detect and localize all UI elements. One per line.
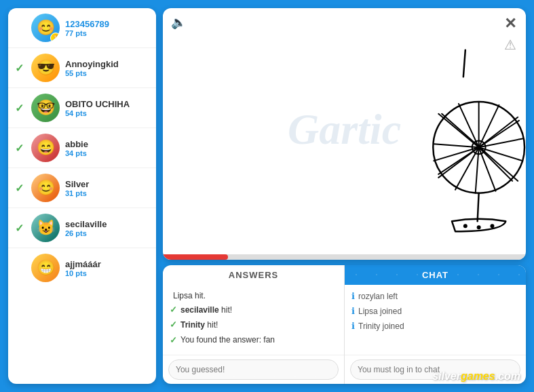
avatar-face: 😁 <box>31 254 60 282</box>
player-info: secilaville 26 pts <box>65 219 149 237</box>
player-avatar: 🤓 <box>31 94 60 122</box>
player-item: ✓ 😊 Silver 31 pts <box>8 168 156 208</box>
answer-text: You found the answer: fan <box>180 333 275 347</box>
svg-point-22 <box>490 224 494 228</box>
player-name: abbie <box>65 139 149 149</box>
answer-check: ✓ <box>170 302 177 317</box>
guess-input-row <box>163 355 344 384</box>
player-info: 123456789 77 pts <box>65 19 149 37</box>
chat-line: ℹ rozylan left <box>351 289 519 304</box>
chat-tab-header[interactable]: CHAT <box>345 265 526 285</box>
answer-text: Lipsa hit. <box>173 289 206 302</box>
svg-line-4 <box>459 104 479 147</box>
answers-content: Lipsa hit. ✓ secilaville hit! ✓ Trinity … <box>163 285 344 355</box>
player-pts: 31 pts <box>65 189 149 197</box>
rank-badge: 🏆 <box>50 33 60 42</box>
player-name: OBITO UCHIHA <box>65 99 149 109</box>
chat-section: CHAT ℹ rozylan left ℹ Lipsa joined ℹ Tri… <box>345 265 526 384</box>
drawing-area: 🔈 ✕ ⚠ Gartic <box>163 8 526 260</box>
answer-check: ✓ <box>170 317 177 332</box>
player-name: ajjmááár <box>65 259 149 269</box>
guess-input[interactable] <box>168 359 339 380</box>
answers-tab-header[interactable]: ANSWERS <box>163 265 344 285</box>
drawing-canvas <box>163 8 526 260</box>
chat-line: ℹ Lipsa joined <box>351 304 519 319</box>
player-avatar: 😎 <box>31 54 60 82</box>
player-info: ajjmááár 10 pts <box>65 259 149 277</box>
right-panel: 🔈 ✕ ⚠ Gartic <box>163 8 526 384</box>
player-pts: 77 pts <box>65 29 149 37</box>
player-pts: 26 pts <box>65 229 149 237</box>
player-avatar: 😄 <box>31 134 60 162</box>
chat-message-text: Trinity joined <box>358 319 404 333</box>
player-avatar: 😊 🏆 <box>31 14 60 42</box>
player-item: ✓ 🤓 OBITO UCHIHA 54 pts <box>8 88 156 128</box>
player-info: abbie 34 pts <box>65 139 149 157</box>
player-name: secilaville <box>65 219 149 229</box>
main-container: 😊 🏆 123456789 77 pts ✓ 😎 Annoyingkid 55 … <box>0 0 534 392</box>
answer-line: ✓ Trinity hit! <box>170 317 337 332</box>
answer-text: secilaville hit! <box>180 303 232 317</box>
answer-check: ✓ <box>170 333 177 348</box>
svg-line-19 <box>478 193 479 222</box>
player-item: 😊 🏆 123456789 77 pts <box>8 8 156 48</box>
player-avatar: 😊 <box>31 174 60 202</box>
player-check: ✓ <box>15 62 26 75</box>
player-avatar: 😺 <box>31 214 60 242</box>
answer-text: Trinity hit! <box>180 318 218 332</box>
players-panel: 😊 🏆 123456789 77 pts ✓ 😎 Annoyingkid 55 … <box>8 8 156 384</box>
info-icon: ℹ <box>351 304 355 319</box>
player-item: ✓ 😺 secilaville 26 pts <box>8 208 156 248</box>
player-info: OBITO UCHIHA 54 pts <box>65 99 149 117</box>
player-check: ✓ <box>15 142 26 155</box>
avatar-face: 🤓 <box>31 94 60 122</box>
player-pts: 34 pts <box>65 149 149 157</box>
player-info: Annoyingkid 55 pts <box>65 59 149 77</box>
player-check: ✓ <box>15 102 26 115</box>
player-check: ✓ <box>15 182 26 195</box>
answers-section: ANSWERS Lipsa hit. ✓ secilaville hit! ✓ … <box>163 265 345 384</box>
avatar-face: 😺 <box>31 214 60 242</box>
avatar-face: 😎 <box>31 54 60 82</box>
player-name: Silver <box>65 179 149 189</box>
player-name: Annoyingkid <box>65 59 149 69</box>
bottom-panel: ANSWERS Lipsa hit. ✓ secilaville hit! ✓ … <box>163 265 526 384</box>
svg-line-3 <box>438 114 478 148</box>
player-name: 123456789 <box>65 19 149 29</box>
player-item: ✓ 😎 Annoyingkid 55 pts <box>8 48 156 88</box>
answer-line: Lipsa hit. <box>170 289 337 302</box>
chat-input-row <box>345 355 526 384</box>
player-pts: 54 pts <box>65 109 149 117</box>
avatar-face: 😊 <box>31 174 60 202</box>
player-pts: 55 pts <box>65 69 149 77</box>
progress-bar <box>163 254 526 260</box>
chat-content: ℹ rozylan left ℹ Lipsa joined ℹ Trinity … <box>345 285 526 355</box>
avatar-face: 😄 <box>31 134 60 162</box>
chat-message-text: Lipsa joined <box>358 305 402 318</box>
svg-line-0 <box>463 50 465 77</box>
chat-line: ℹ Trinity joined <box>351 319 519 334</box>
answer-line: ✓ You found the answer: fan <box>170 333 337 348</box>
chat-message-text: rozylan left <box>358 290 398 303</box>
player-avatar: 😁 <box>31 254 60 282</box>
player-pts: 10 pts <box>65 269 149 277</box>
player-item: 😁 ajjmááár 10 pts <box>8 248 156 288</box>
player-check: ✓ <box>15 222 26 235</box>
info-icon: ℹ <box>351 289 355 304</box>
player-info: Silver 31 pts <box>65 179 149 197</box>
info-icon: ℹ <box>351 319 355 334</box>
svg-point-21 <box>477 225 481 229</box>
tabs-container: ANSWERS Lipsa hit. ✓ secilaville hit! ✓ … <box>163 265 526 384</box>
chat-input[interactable] <box>350 359 520 380</box>
svg-point-20 <box>463 224 468 228</box>
progress-fill <box>163 254 228 260</box>
answer-line: ✓ secilaville hit! <box>170 302 337 317</box>
player-item: ✓ 😄 abbie 34 pts <box>8 128 156 168</box>
